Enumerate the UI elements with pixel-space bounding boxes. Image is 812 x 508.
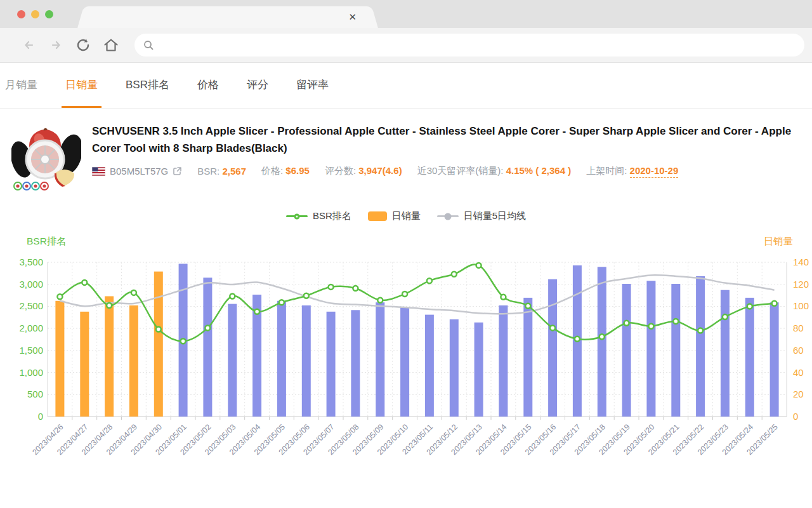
tab-daily-sales[interactable]: 日销量 bbox=[62, 63, 102, 108]
bsr-point[interactable] bbox=[329, 284, 334, 290]
sales-bar[interactable] bbox=[277, 301, 286, 417]
sales-bar[interactable] bbox=[327, 312, 336, 417]
sales-bar[interactable] bbox=[129, 305, 138, 417]
sales-bar[interactable] bbox=[80, 312, 89, 417]
sales-bar[interactable] bbox=[228, 304, 237, 417]
sales-bar[interactable] bbox=[770, 302, 779, 417]
tab-price[interactable]: 价格 bbox=[193, 63, 223, 108]
bsr-point[interactable] bbox=[304, 293, 309, 298]
tab-rating[interactable]: 评分 bbox=[243, 63, 272, 108]
bsr-point[interactable] bbox=[377, 298, 383, 303]
bsr-point[interactable] bbox=[772, 301, 777, 306]
bsr-point[interactable] bbox=[82, 280, 87, 285]
bsr-point[interactable] bbox=[476, 263, 481, 268]
bsr-point[interactable] bbox=[501, 295, 506, 300]
legend-label: BSR排名 bbox=[313, 210, 351, 222]
browser-tabstrip: ✕ bbox=[0, 0, 812, 28]
stat-label: 上架时间: bbox=[586, 165, 629, 176]
bsr-point[interactable] bbox=[205, 325, 210, 330]
legend-item-bar-sales[interactable]: 日销量 bbox=[368, 210, 421, 222]
bsr-point[interactable] bbox=[723, 314, 728, 319]
bsr-point[interactable] bbox=[427, 278, 432, 283]
bsr-point[interactable] bbox=[599, 334, 605, 339]
address-bar[interactable] bbox=[134, 34, 804, 57]
sales-bar[interactable] bbox=[450, 319, 459, 417]
home-icon[interactable] bbox=[103, 37, 119, 53]
bsr-point[interactable] bbox=[156, 327, 161, 332]
sales-bar[interactable] bbox=[376, 302, 384, 417]
asin-group: B05M5LT57G bbox=[92, 166, 182, 177]
legend-item-line-bsr[interactable]: BSR排名 bbox=[286, 210, 351, 222]
sales-bar[interactable] bbox=[721, 290, 730, 417]
bsr-point[interactable] bbox=[452, 272, 457, 277]
bsr-point[interactable] bbox=[698, 328, 703, 333]
bsr-point[interactable] bbox=[747, 304, 752, 309]
product-details: SCHVUSENR 3.5 Inch Apple Slicer - Profes… bbox=[92, 123, 801, 194]
right-axis-tick-label: 120 bbox=[793, 279, 809, 290]
stat-rating-count: 评分数: 3,947(4.6) bbox=[325, 165, 402, 177]
zoom-window-button[interactable] bbox=[45, 10, 53, 18]
sales-bar[interactable] bbox=[523, 298, 532, 417]
sales-bar[interactable] bbox=[55, 301, 64, 417]
bsr-point[interactable] bbox=[107, 303, 112, 308]
tab-monthly-sales[interactable]: 月销量 bbox=[1, 63, 41, 108]
legend-line-swatch bbox=[286, 215, 308, 217]
sales-bar[interactable] bbox=[105, 297, 114, 417]
sales-bar[interactable] bbox=[548, 279, 557, 417]
bsr-point[interactable] bbox=[279, 300, 284, 305]
bsr-point[interactable] bbox=[353, 286, 358, 291]
sales-bar[interactable] bbox=[622, 284, 631, 417]
bsr-point[interactable] bbox=[181, 338, 186, 344]
legend-item-line-sales[interactable]: 日销量5日均线 bbox=[437, 210, 526, 222]
left-axis-tick-label: 500 bbox=[27, 389, 43, 399]
left-axis-tick-label: 1,000 bbox=[19, 367, 43, 378]
bsr-point[interactable] bbox=[525, 304, 530, 309]
product-info-row: B05M5LT57G BSR: 2,567价格: $6.95评分数: 3,947… bbox=[92, 165, 801, 177]
right-axis-tick-label: 0 bbox=[793, 411, 798, 422]
forward-icon[interactable] bbox=[48, 37, 63, 53]
close-window-button[interactable] bbox=[17, 10, 25, 18]
stat-listing-date[interactable]: 上架时间: 2020-10-29 bbox=[586, 165, 678, 177]
reload-icon[interactable] bbox=[75, 37, 91, 53]
minimize-window-button[interactable] bbox=[31, 10, 39, 18]
legend-label: 日销量 bbox=[392, 210, 421, 222]
bsr-point[interactable] bbox=[402, 291, 407, 297]
tab-close-icon[interactable]: ✕ bbox=[348, 11, 357, 23]
bsr-point[interactable] bbox=[575, 337, 580, 342]
sales-bar[interactable] bbox=[646, 281, 655, 417]
sales-bar[interactable] bbox=[475, 323, 483, 417]
sales-bar[interactable] bbox=[351, 310, 360, 417]
sales-bar[interactable] bbox=[745, 298, 754, 417]
left-axis-tick-label: 0 bbox=[38, 411, 43, 422]
browser-navbar bbox=[0, 28, 812, 63]
sales-bar[interactable] bbox=[400, 307, 409, 417]
sales-bar[interactable] bbox=[302, 305, 311, 417]
sales-bar[interactable] bbox=[154, 272, 163, 417]
external-link-icon[interactable] bbox=[173, 166, 182, 176]
sales-bar[interactable] bbox=[499, 305, 508, 417]
left-axis-title: BSR排名 bbox=[27, 236, 67, 246]
tab-bsr-rank[interactable]: BSR排名 bbox=[122, 63, 173, 108]
browser-tab[interactable]: ✕ bbox=[89, 6, 367, 28]
bsr-point[interactable] bbox=[550, 325, 555, 330]
sales-bar[interactable] bbox=[671, 284, 680, 417]
bsr-point[interactable] bbox=[673, 319, 678, 324]
daily-sales-chart: BSR排名日销量00500201,000401,500602,000802,50… bbox=[0, 231, 812, 504]
bsr-point[interactable] bbox=[254, 309, 259, 314]
sales-bar[interactable] bbox=[203, 277, 212, 417]
bsr-point[interactable] bbox=[131, 290, 136, 295]
sales-bar[interactable] bbox=[696, 276, 705, 417]
sales-bar[interactable] bbox=[598, 267, 606, 417]
bsr-point[interactable] bbox=[57, 294, 62, 299]
back-icon[interactable] bbox=[22, 37, 37, 53]
asin-value[interactable]: B05M5LT57G bbox=[110, 166, 168, 177]
product-title: SCHVUSENR 3.5 Inch Apple Slicer - Profes… bbox=[92, 123, 801, 157]
product-image[interactable] bbox=[11, 123, 81, 194]
sales-bar[interactable] bbox=[425, 315, 434, 417]
bsr-point[interactable] bbox=[230, 294, 235, 299]
product-header: SCHVUSENR 3.5 Inch Apple Slicer - Profes… bbox=[0, 109, 812, 194]
stat-value: 4.15% ( 2,364 ) bbox=[506, 165, 572, 176]
bsr-point[interactable] bbox=[648, 324, 653, 329]
tab-review-rate[interactable]: 留评率 bbox=[292, 63, 332, 108]
bsr-point[interactable] bbox=[624, 321, 629, 326]
